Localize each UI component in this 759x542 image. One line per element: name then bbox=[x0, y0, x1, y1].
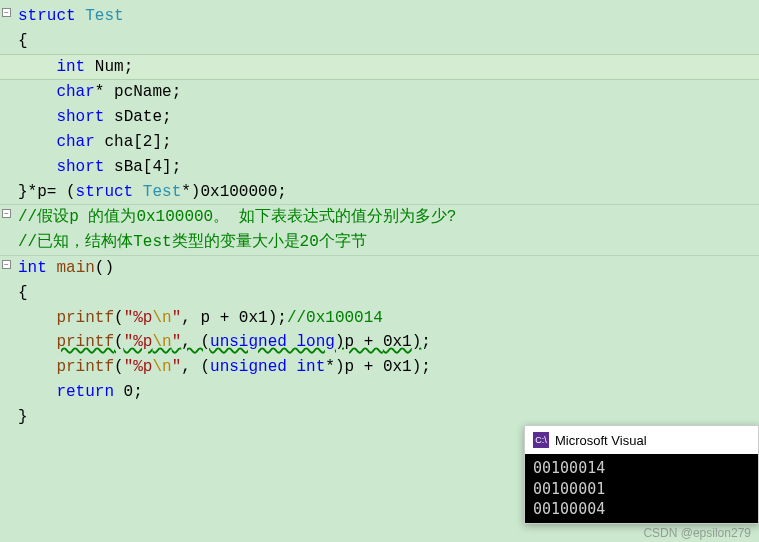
code-line[interactable]: printf("%p\n", (unsigned long)p + 0x1); bbox=[0, 330, 759, 355]
field-name: sDate bbox=[114, 108, 162, 126]
code-line[interactable]: return 0; bbox=[0, 380, 759, 405]
func-call: printf bbox=[56, 309, 114, 327]
code-line[interactable]: printf("%p\n", p + 0x1);//0x100014 bbox=[0, 306, 759, 331]
code-editor[interactable]: −struct Test { int Num; char* pcName; sh… bbox=[0, 0, 759, 434]
keyword-struct: struct bbox=[76, 183, 134, 201]
string-close: " bbox=[172, 309, 182, 327]
hex-literal: 0x100000 bbox=[200, 183, 277, 201]
func-call: printf bbox=[56, 358, 114, 376]
type-int: int bbox=[18, 259, 47, 277]
func-call: printf bbox=[56, 333, 114, 351]
comment: //已知，结构体Test类型的变量大小是20个字节 bbox=[18, 233, 367, 251]
keyword-return: return bbox=[56, 383, 114, 401]
string-literal: "%p bbox=[124, 333, 153, 351]
code-line[interactable]: { bbox=[0, 281, 759, 306]
code-line[interactable]: −//假设p 的值为0x100000。 如下表表达式的值分别为多少? bbox=[0, 204, 759, 230]
code-line[interactable]: { bbox=[0, 29, 759, 54]
code-line-current[interactable]: int Num; bbox=[0, 54, 759, 81]
code-line[interactable]: }*p= (struct Test*)0x100000; bbox=[0, 180, 759, 205]
code-line[interactable]: //已知，结构体Test类型的变量大小是20个字节 bbox=[0, 230, 759, 255]
escape-seq: \n bbox=[152, 358, 171, 376]
console-output[interactable]: 00100014 00100001 00100004 bbox=[525, 454, 758, 523]
array-dim: [4] bbox=[143, 158, 172, 176]
escape-seq: \n bbox=[152, 333, 171, 351]
type-short: short bbox=[56, 158, 104, 176]
return-val: 0; bbox=[114, 383, 143, 401]
code-line[interactable]: printf("%p\n", (unsigned int*)p + 0x1); bbox=[0, 355, 759, 380]
escape-seq: \n bbox=[152, 309, 171, 327]
brace: { bbox=[18, 284, 28, 302]
console-titlebar[interactable]: C:\ Microsoft Visual bbox=[525, 426, 758, 454]
string-close: " bbox=[172, 358, 182, 376]
field-name: sBa bbox=[114, 158, 143, 176]
type-int: int bbox=[56, 58, 85, 76]
brace: { bbox=[18, 32, 28, 50]
field-name: Num bbox=[95, 58, 124, 76]
type-short: short bbox=[56, 108, 104, 126]
keyword-struct: struct bbox=[18, 7, 76, 25]
console-title-text: Microsoft Visual bbox=[555, 433, 647, 448]
code-line[interactable]: char cha[2]; bbox=[0, 130, 759, 155]
arg-tail: *)p + 0x1); bbox=[325, 358, 431, 376]
vs-icon: C:\ bbox=[533, 432, 549, 448]
hex-literal: 0x1 bbox=[383, 333, 412, 351]
field-name: cha bbox=[104, 133, 133, 151]
type-char: char bbox=[56, 133, 94, 151]
string-close: " bbox=[172, 333, 182, 351]
parens: () bbox=[95, 259, 114, 277]
code-line[interactable]: short sBa[4]; bbox=[0, 155, 759, 180]
type-char: char bbox=[56, 83, 94, 101]
string-literal: "%p bbox=[124, 358, 153, 376]
arg-tail: , p + 0x1); bbox=[181, 309, 287, 327]
console-line: 00100001 bbox=[533, 479, 750, 499]
func-name: main bbox=[56, 259, 94, 277]
fold-toggle-icon[interactable]: − bbox=[2, 209, 11, 218]
console-window[interactable]: C:\ Microsoft Visual 00100014 00100001 0… bbox=[524, 425, 759, 524]
type-name: Test bbox=[133, 183, 181, 201]
comment: //假设p 的值为0x100000。 如下表表达式的值分别为多少? bbox=[18, 208, 456, 226]
type-ul: unsigned long bbox=[210, 333, 335, 351]
fold-toggle-icon[interactable]: − bbox=[2, 8, 11, 17]
code-line[interactable]: short sDate; bbox=[0, 105, 759, 130]
type-ui: unsigned int bbox=[210, 358, 325, 376]
code-line[interactable]: −int main() bbox=[0, 255, 759, 281]
console-line: 00100014 bbox=[533, 458, 750, 478]
array-dim: [2] bbox=[133, 133, 162, 151]
watermark: CSDN @epsilon279 bbox=[643, 526, 751, 540]
comment: //0x100014 bbox=[287, 309, 383, 327]
fold-toggle-icon[interactable]: − bbox=[2, 260, 11, 269]
string-literal: "%p bbox=[124, 309, 153, 327]
field-name: pcName bbox=[114, 83, 172, 101]
type-name: Test bbox=[85, 7, 123, 25]
console-line: 00100004 bbox=[533, 499, 750, 519]
code-line[interactable]: −struct Test bbox=[0, 4, 759, 29]
code-line[interactable]: char* pcName; bbox=[0, 80, 759, 105]
pointer-star: * bbox=[95, 83, 105, 101]
